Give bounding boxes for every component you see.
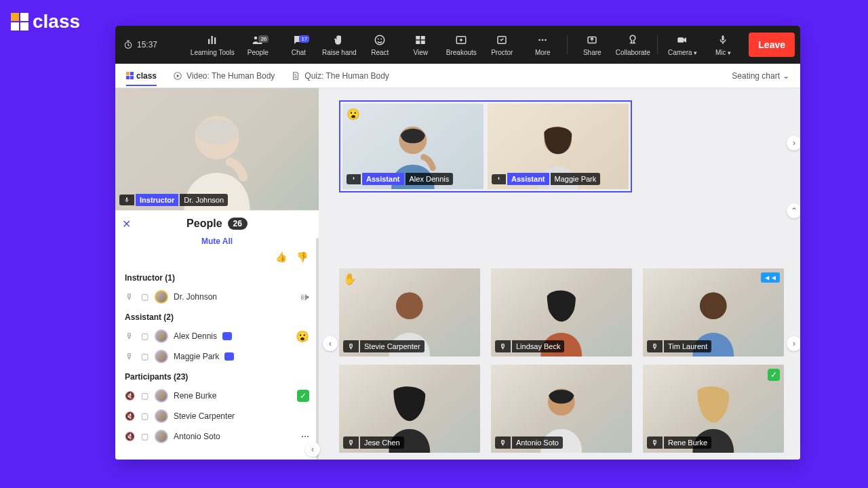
people-button[interactable]: 26 People	[239, 34, 277, 56]
participant-name: Rene Burke	[664, 436, 711, 449]
mute-all-button[interactable]: Mute All	[115, 237, 319, 251]
tab-class-home[interactable]: class	[126, 71, 157, 86]
participant-name: Alex Dennis	[406, 173, 454, 185]
thumbs-up-icon[interactable]: 👍	[275, 251, 287, 262]
participants-grid: ✋ 🎙Stevie Carpenter 🎙Lindsay Beck ◄◄ 🎙Ti…	[339, 268, 784, 453]
participants-section-label: Participants (23)	[115, 367, 319, 386]
chevron-down-icon: ▾	[728, 49, 731, 56]
participant-name: Tim Laurent	[664, 340, 711, 352]
tab-video-label: Video: The Human Body	[186, 71, 275, 81]
participant-name: Antonio Soto	[512, 436, 563, 449]
chevron-down-icon: ▾	[694, 49, 697, 56]
participant-name: Stevie Carpenter	[360, 340, 425, 352]
breakouts-label: Breakouts	[446, 49, 477, 56]
toolbar-separator-2	[657, 35, 658, 54]
brand-squares-icon	[11, 13, 28, 30]
avatar	[155, 290, 168, 304]
people-row-assistant[interactable]: 🎙 ▢ Maggie Park	[115, 346, 319, 367]
grid-next-button[interactable]: ›	[787, 336, 800, 351]
role-badge: Instructor	[136, 194, 178, 206]
tab-class-label: class	[136, 71, 157, 81]
people-label: People	[248, 49, 269, 56]
participant-video-tile[interactable]: 🎙Antonio Soto	[491, 365, 632, 453]
share-button[interactable]: Share	[573, 34, 611, 56]
toolbar: 15:37 Learning Tools 26 People 17 Chat R…	[115, 26, 800, 64]
react-button[interactable]: React	[361, 34, 399, 56]
reaction-emoji: 😮	[347, 108, 360, 121]
breakouts-button[interactable]: Breakouts	[442, 34, 480, 56]
camera-icon: ▢	[140, 292, 149, 302]
left-column: Instructor Dr. Johnson ✕ People 26 Mute …	[115, 88, 319, 460]
assistant-section-label: Assistant (2)	[115, 307, 319, 326]
participant-video-tile[interactable]: ✓ 🎙Rene Burke	[643, 365, 784, 453]
mic-icon: 🎙	[343, 340, 359, 352]
mic-button[interactable]: Mic▾	[704, 34, 742, 56]
brand-logo: class	[11, 11, 80, 33]
svg-rect-12	[421, 40, 425, 43]
learning-tools-button[interactable]: Learning Tools	[189, 34, 236, 56]
people-row-participant[interactable]: 🔇 ▢ Stevie Carpenter	[115, 406, 319, 426]
participant-name: Jese Chen	[360, 436, 404, 449]
camera-label: Camera	[668, 49, 692, 56]
people-row-participant[interactable]: 🔇 ▢ Rene Burke ✓	[115, 386, 319, 406]
assistant-video-tile[interactable]: 😮 Assistant Alex Dennis	[342, 104, 484, 189]
svg-rect-28	[498, 177, 500, 180]
rewind-badge: ◄◄	[761, 272, 780, 283]
more-label: More	[535, 49, 551, 56]
view-button[interactable]: View	[401, 34, 439, 56]
participant-video-tile[interactable]: ◄◄ 🎙Tim Laurent	[643, 268, 784, 357]
svg-rect-20	[722, 35, 724, 41]
row-name: Alex Dennis	[174, 331, 217, 341]
tab-quiz[interactable]: Quiz: The Human Body	[291, 71, 389, 81]
people-row-participant[interactable]: 🔇 ▢ Antonio Soto ⋯	[115, 426, 319, 447]
participant-video-tile[interactable]: ✋ 🎙Stevie Carpenter	[339, 268, 480, 357]
collaborate-button[interactable]: Collaborate	[614, 34, 652, 56]
camera-button[interactable]: Camera▾	[663, 34, 701, 56]
share-label: Share	[583, 49, 601, 56]
svg-rect-11	[416, 40, 420, 43]
nameplate: Instructor Dr. Johnson	[119, 194, 228, 206]
svg-point-6	[376, 35, 385, 45]
view-label: View	[414, 49, 429, 56]
proctor-button[interactable]: Proctor	[483, 34, 521, 56]
mic-icon: 🎙	[125, 292, 134, 302]
people-count-pill: 26	[228, 218, 248, 230]
assistant-video-tile[interactable]: Assistant Maggie Park	[488, 104, 629, 189]
instructor-video-tile[interactable]: Instructor Dr. Johnson	[115, 88, 319, 210]
svg-point-15	[538, 39, 540, 41]
participant-video-tile[interactable]: 🎙Lindsay Beck	[491, 268, 632, 357]
svg-point-8	[381, 38, 382, 39]
svg-point-4	[254, 36, 258, 39]
participant-name: Maggie Park	[551, 173, 601, 185]
people-count-badge: 26	[258, 35, 269, 43]
raise-hand-label: Raise hand	[322, 49, 357, 56]
carousel-next-button[interactable]: ›	[787, 136, 800, 150]
svg-point-16	[542, 39, 544, 41]
row-name: Antonio Soto	[174, 432, 220, 441]
chevron-down-icon: ⌄	[783, 71, 789, 81]
people-row-instructor[interactable]: 🎙 ▢ Dr. Johnson 🕪	[115, 287, 319, 307]
more-button[interactable]: More	[524, 34, 561, 56]
chat-label: Chat	[292, 49, 306, 56]
leave-button[interactable]: Leave	[749, 33, 795, 57]
grid-prev-button[interactable]: ‹	[323, 336, 338, 351]
tab-video[interactable]: Video: The Human Body	[173, 71, 275, 81]
mic-icon: 🎙	[125, 352, 134, 361]
close-panel-button[interactable]: ✕	[122, 218, 131, 230]
collaborate-label: Collaborate	[616, 49, 650, 56]
check-badge-icon: ✓	[768, 369, 780, 381]
more-icon[interactable]: ⋯	[301, 432, 309, 441]
people-row-assistant[interactable]: 🎙 ▢ Alex Dennis 😮	[115, 326, 319, 346]
thumbs-down-icon[interactable]: 👎	[296, 251, 308, 262]
expand-panel-button[interactable]: ‹	[305, 442, 320, 457]
people-panel: ✕ People 26 Mute All 👍 👎 Instructor (1) …	[115, 210, 319, 460]
participant-video-tile[interactable]: 🎙Jese Chen	[339, 365, 480, 453]
mic-icon: 🎙	[495, 340, 511, 352]
avatar	[155, 350, 168, 363]
collapse-up-button[interactable]: ⌃	[787, 203, 800, 218]
mic-label: Mic	[715, 49, 726, 56]
seating-chart-dropdown[interactable]: Seating chart ⌄	[732, 71, 789, 81]
chat-button[interactable]: 17 Chat	[279, 34, 317, 56]
raise-hand-button[interactable]: Raise hand	[320, 34, 358, 56]
people-title: People	[186, 218, 222, 230]
